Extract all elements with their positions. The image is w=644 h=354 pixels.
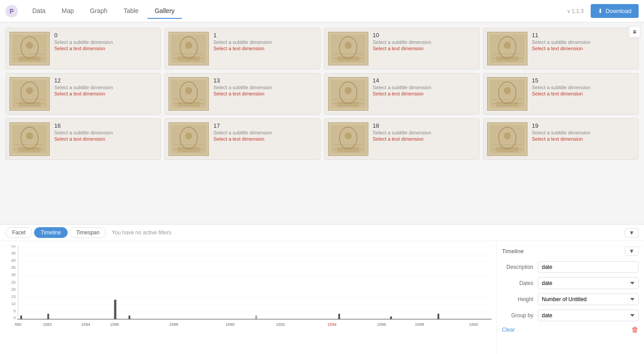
card-info: 1 Select a subtitle dimension Select a t…	[213, 32, 316, 51]
svg-text:45: 45	[11, 251, 16, 255]
download-button[interactable]: ⬇ Download	[591, 4, 639, 18]
card-text: Select a text dimension	[213, 91, 316, 96]
gallery-grid: 0 Select a subtitle dimension Select a t…	[0, 22, 644, 165]
card-subtitle: Select a subtitle dimension	[213, 85, 316, 90]
gallery-card-17[interactable]: 17 Select a subtitle dimension Select a …	[164, 118, 320, 160]
filter-expand-button[interactable]: ▼	[625, 228, 639, 237]
svg-rect-76	[337, 147, 359, 152]
chart-area: 50 45 40 35 30 25 20 15 10 5 0	[0, 241, 496, 354]
group-by-label: Group by	[502, 312, 538, 319]
svg-text:1582: 1582	[43, 322, 52, 327]
card-text: Select a text dimension	[54, 136, 157, 142]
card-info: 12 Select a subtitle dimension Select a …	[54, 77, 157, 96]
gallery-card-16[interactable]: 16 Select a subtitle dimension Select a …	[5, 118, 161, 160]
group-by-select[interactable]: date	[538, 310, 639, 321]
card-thumbnail	[169, 32, 209, 65]
delete-button[interactable]: 🗑	[631, 326, 639, 334]
tab-gallery[interactable]: Gallery	[147, 4, 182, 19]
tab-table[interactable]: Table	[117, 4, 146, 19]
card-number: 17	[213, 122, 316, 129]
svg-rect-27	[496, 56, 518, 62]
card-info: 0 Select a subtitle dimension Select a t…	[54, 32, 157, 51]
card-number: 12	[54, 77, 157, 84]
svg-point-75	[345, 132, 352, 139]
svg-rect-13	[178, 56, 200, 62]
panel-header: Timeline ▼	[502, 246, 639, 256]
gallery-card-0[interactable]: 0 Select a subtitle dimension Select a t…	[5, 28, 161, 69]
svg-text:1592: 1592	[276, 322, 285, 327]
svg-rect-55	[496, 102, 518, 107]
svg-rect-108	[48, 314, 49, 319]
gallery-card-14[interactable]: 14 Select a subtitle dimension Select a …	[324, 73, 480, 115]
svg-point-47	[345, 87, 352, 94]
gallery-card-10[interactable]: 10 Select a subtitle dimension Select a …	[324, 28, 480, 69]
timeline-tab[interactable]: Timeline	[34, 227, 68, 238]
svg-text:1600: 1600	[469, 322, 478, 327]
svg-text:35: 35	[11, 265, 16, 270]
svg-point-68	[185, 132, 192, 139]
card-subtitle: Select a subtitle dimension	[54, 130, 157, 135]
svg-rect-110	[129, 315, 130, 319]
card-number: 18	[373, 122, 475, 129]
card-number: 13	[213, 77, 316, 84]
card-subtitle: Select a subtitle dimension	[54, 85, 157, 90]
gallery-card-19[interactable]: 19 Select a subtitle dimension Select a …	[483, 118, 639, 160]
height-select[interactable]: Number of Untitled	[538, 294, 639, 305]
description-row: Description	[502, 261, 639, 273]
card-thumbnail	[487, 32, 527, 65]
panel-expand-button[interactable]: ▼	[625, 246, 639, 256]
card-thumbnail	[9, 122, 50, 156]
card-thumbnail	[328, 122, 368, 156]
svg-rect-113	[390, 316, 392, 319]
dates-select[interactable]: date	[538, 277, 639, 289]
dates-row: Dates date	[502, 277, 639, 289]
svg-rect-6	[19, 56, 41, 62]
description-label: Description	[502, 264, 538, 270]
card-subtitle: Select a subtitle dimension	[54, 39, 157, 45]
group-by-row: Group by date	[502, 310, 639, 321]
card-text: Select a text dimension	[373, 91, 475, 96]
gallery-card-1[interactable]: 1 Select a subtitle dimension Select a t…	[164, 28, 320, 69]
card-text: Select a text dimension	[532, 91, 635, 96]
dates-label: Dates	[502, 280, 538, 286]
svg-rect-112	[338, 314, 340, 319]
gallery-card-18[interactable]: 18 Select a subtitle dimension Select a …	[324, 118, 480, 160]
gallery-card-13[interactable]: 13 Select a subtitle dimension Select a …	[164, 73, 320, 115]
svg-point-82	[504, 132, 511, 139]
header: P Data Map Graph Table Gallery v 1.1.3 ⬇…	[0, 0, 644, 22]
description-input[interactable]	[538, 261, 639, 273]
download-icon: ⬇	[598, 8, 603, 14]
svg-text:1588: 1588	[169, 322, 178, 327]
card-number: 15	[532, 77, 635, 84]
card-subtitle: Select a subtitle dimension	[373, 39, 475, 45]
svg-text:1594: 1594	[328, 322, 337, 327]
card-text: Select a text dimension	[213, 136, 316, 142]
svg-text:20: 20	[11, 287, 16, 292]
gallery-card-12[interactable]: 12 Select a subtitle dimension Select a …	[5, 73, 161, 115]
timespan-tab[interactable]: Timespan	[69, 227, 106, 238]
svg-point-12	[185, 42, 192, 49]
svg-text:1596: 1596	[377, 322, 386, 327]
facet-tab[interactable]: Facet	[5, 227, 32, 238]
svg-text:30: 30	[11, 272, 16, 277]
card-thumbnail	[169, 77, 209, 111]
svg-rect-114	[437, 314, 439, 319]
tab-map[interactable]: Map	[55, 4, 81, 19]
card-subtitle: Select a subtitle dimension	[532, 130, 635, 135]
clear-button[interactable]: Clear	[502, 327, 515, 333]
svg-point-33	[26, 87, 33, 94]
svg-rect-62	[19, 147, 41, 152]
svg-text:40: 40	[11, 258, 16, 263]
height-label: Height	[502, 296, 538, 302]
gallery-card-11[interactable]: 11 Select a subtitle dimension Select a …	[483, 28, 639, 69]
gallery-card-15[interactable]: 15 Select a subtitle dimension Select a …	[483, 73, 639, 115]
gallery-menu-button[interactable]: ≡	[629, 26, 640, 38]
card-subtitle: Select a subtitle dimension	[373, 130, 475, 135]
card-number: 19	[532, 122, 635, 129]
card-thumbnail	[487, 122, 527, 156]
tab-graph[interactable]: Graph	[83, 4, 115, 19]
card-text: Select a text dimension	[54, 91, 157, 96]
svg-rect-34	[19, 102, 41, 107]
tab-data[interactable]: Data	[25, 4, 53, 19]
svg-point-5	[26, 42, 33, 49]
